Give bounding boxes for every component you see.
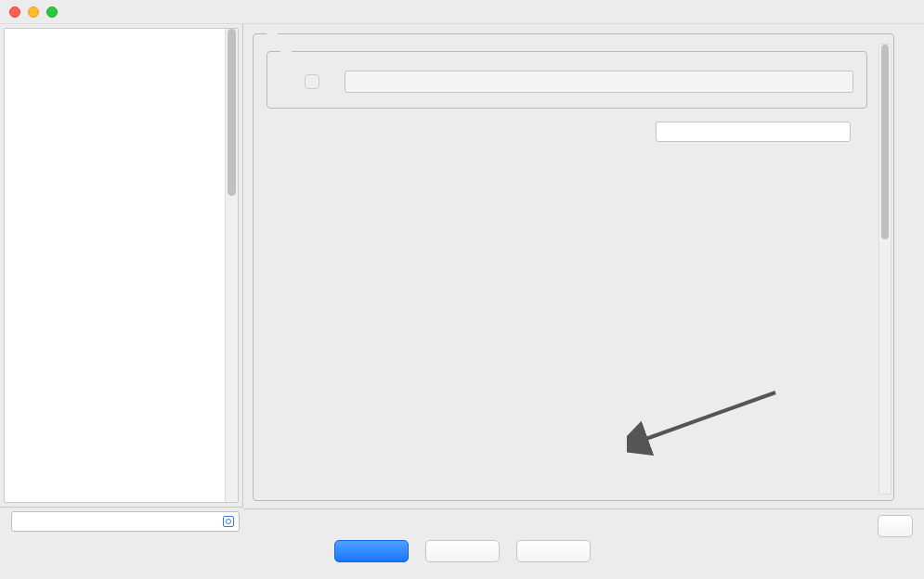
use-local-namespace-override-checkbox[interactable] [305,74,319,89]
filter-input[interactable] [11,511,240,532]
tree-scrollbar-thumb[interactable] [228,29,236,196]
minimize-window-button[interactable] [28,6,39,18]
cancel-button[interactable] [425,540,500,562]
window-controls [9,6,58,18]
max-length-input[interactable] [656,122,851,142]
panel-scrollbar[interactable] [878,44,891,495]
options-tree[interactable] [4,28,239,503]
local-namespace-override-input[interactable] [345,71,853,93]
panel-scrollbar-thumb[interactable] [881,45,889,239]
svg-line-0 [641,392,775,441]
tree-scrollbar[interactable] [225,29,238,502]
titlebar [0,0,924,24]
namespace-options-group [267,51,867,109]
zoom-window-button[interactable] [46,6,58,18]
annotation-arrow-icon [627,383,785,467]
operands-field-group [253,33,894,501]
filter-settings-icon[interactable] [219,512,238,531]
ok-button[interactable] [334,540,409,562]
close-window-button[interactable] [9,6,20,18]
apply-button[interactable] [516,540,591,562]
